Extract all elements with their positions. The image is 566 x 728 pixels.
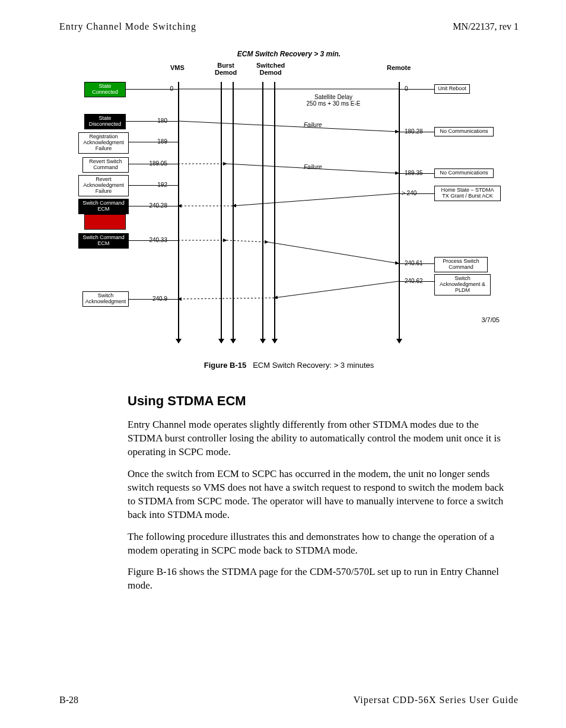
figure-caption-text: ECM Switch Recovery: > 3 minutes bbox=[253, 361, 374, 370]
sequence-diagram: VMS Burst Demod Switched Demod Remote St… bbox=[72, 64, 505, 349]
failure-2: Failure bbox=[304, 164, 322, 170]
figure-caption: Figure B-15 ECM Switch Recovery: > 3 min… bbox=[59, 361, 519, 370]
diagram-date: 3/7/05 bbox=[481, 316, 500, 323]
svg-line-10 bbox=[178, 298, 274, 299]
para-3: The following procedure illustrates this… bbox=[128, 530, 513, 558]
para-1: Entry Channel mode operates slightly dif… bbox=[128, 418, 513, 459]
para-2: Once the switch from ECM to SCPC has occ… bbox=[128, 468, 513, 522]
footer-left: B-28 bbox=[59, 695, 78, 705]
svg-line-9 bbox=[274, 281, 399, 298]
para-4: Figure B-16 shows the STDMA page for the… bbox=[128, 565, 513, 593]
svg-line-4 bbox=[233, 193, 399, 206]
diagram-title: ECM Switch Recovery > 3 min. bbox=[59, 50, 519, 58]
svg-line-8 bbox=[268, 242, 399, 263]
header-right: MN/22137, rev 1 bbox=[453, 21, 519, 32]
header-left: Entry Channel Mode Switching bbox=[59, 21, 196, 32]
svg-line-1 bbox=[178, 121, 399, 132]
failure-1: Failure bbox=[304, 122, 322, 128]
figure-label: Figure B-15 bbox=[204, 361, 247, 370]
footer-right: Vipersat CDD-56X Series User Guide bbox=[354, 695, 519, 705]
section-heading: Using STDMA ECM bbox=[128, 393, 513, 409]
svg-line-7 bbox=[227, 240, 268, 242]
message-lines bbox=[72, 64, 505, 349]
